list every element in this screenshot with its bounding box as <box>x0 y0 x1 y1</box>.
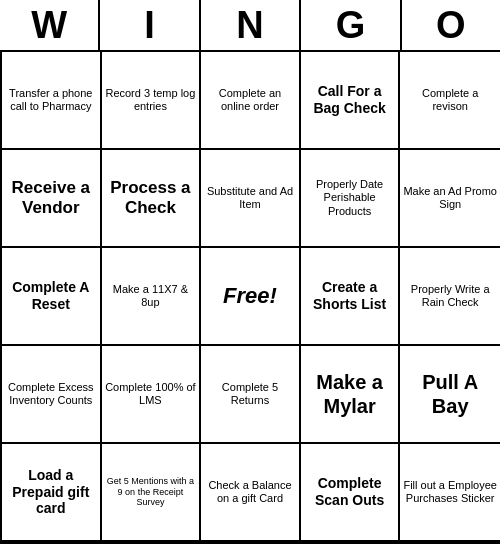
bingo-cell: Complete an online order <box>201 52 301 150</box>
cell-text: Receive a Vendor <box>5 178 97 219</box>
header-letter: N <box>201 0 301 50</box>
cell-text: Substitute and Ad Item <box>204 185 296 211</box>
header-letter: O <box>402 0 500 50</box>
bingo-grid: Transfer a phone call to PharmacyRecord … <box>0 52 500 544</box>
bingo-cell: Complete Excess Inventory Counts <box>2 346 102 444</box>
bingo-cell: Transfer a phone call to Pharmacy <box>2 52 102 150</box>
cell-text: Complete 100% of LMS <box>105 381 197 407</box>
header-letter: W <box>0 0 100 50</box>
bingo-cell: Make a 11X7 & 8up <box>102 248 202 346</box>
cell-text: Free! <box>223 283 277 309</box>
bingo-cell: Load a Prepaid gift card <box>2 444 102 542</box>
cell-text: Pull A Bay <box>403 370 497 418</box>
cell-text: Make a Mylar <box>304 370 396 418</box>
cell-text: Call For a Bag Check <box>304 83 396 117</box>
cell-text: Properly Write a Rain Check <box>403 283 497 309</box>
header-letter: G <box>301 0 401 50</box>
cell-text: Fill out a Employee Purchases Sticker <box>403 479 497 505</box>
cell-text: Transfer a phone call to Pharmacy <box>5 87 97 113</box>
bingo-cell: Complete A Reset <box>2 248 102 346</box>
cell-text: Complete A Reset <box>5 279 97 313</box>
bingo-cell: Substitute and Ad Item <box>201 150 301 248</box>
cell-text: Properly Date Perishable Products <box>304 178 396 218</box>
bingo-cell: Complete a revison <box>400 52 500 150</box>
cell-text: Make a 11X7 & 8up <box>105 283 197 309</box>
bingo-cell: Check a Balance on a gift Card <box>201 444 301 542</box>
bingo-cell: Process a Check <box>102 150 202 248</box>
cell-text: Process a Check <box>105 178 197 219</box>
bingo-cell: Properly Write a Rain Check <box>400 248 500 346</box>
cell-text: Complete 5 Returns <box>204 381 296 407</box>
bingo-cell: Properly Date Perishable Products <box>301 150 401 248</box>
cell-text: Record 3 temp log entries <box>105 87 197 113</box>
bingo-cell: Complete 100% of LMS <box>102 346 202 444</box>
bingo-cell: Get 5 Mentions with a 9 on the Receipt S… <box>102 444 202 542</box>
bingo-cell: Complete 5 Returns <box>201 346 301 444</box>
bingo-card: WINGO Transfer a phone call to PharmacyR… <box>0 0 500 544</box>
cell-text: Load a Prepaid gift card <box>5 467 97 517</box>
bingo-cell: Create a Shorts List <box>301 248 401 346</box>
bingo-cell: Free! <box>201 248 301 346</box>
bingo-cell: Fill out a Employee Purchases Sticker <box>400 444 500 542</box>
bingo-cell: Record 3 temp log entries <box>102 52 202 150</box>
cell-text: Complete Scan Outs <box>304 475 396 509</box>
header-letter: I <box>100 0 200 50</box>
cell-text: Complete Excess Inventory Counts <box>5 381 97 407</box>
cell-text: Create a Shorts List <box>304 279 396 313</box>
cell-text: Complete a revison <box>403 87 497 113</box>
cell-text: Make an Ad Promo Sign <box>403 185 497 211</box>
bingo-cell: Make an Ad Promo Sign <box>400 150 500 248</box>
cell-text: Get 5 Mentions with a 9 on the Receipt S… <box>105 476 197 508</box>
bingo-header: WINGO <box>0 0 500 52</box>
cell-text: Complete an online order <box>204 87 296 113</box>
bingo-cell: Complete Scan Outs <box>301 444 401 542</box>
bingo-cell: Receive a Vendor <box>2 150 102 248</box>
bingo-cell: Call For a Bag Check <box>301 52 401 150</box>
bingo-cell: Make a Mylar <box>301 346 401 444</box>
cell-text: Check a Balance on a gift Card <box>204 479 296 505</box>
bingo-cell: Pull A Bay <box>400 346 500 444</box>
